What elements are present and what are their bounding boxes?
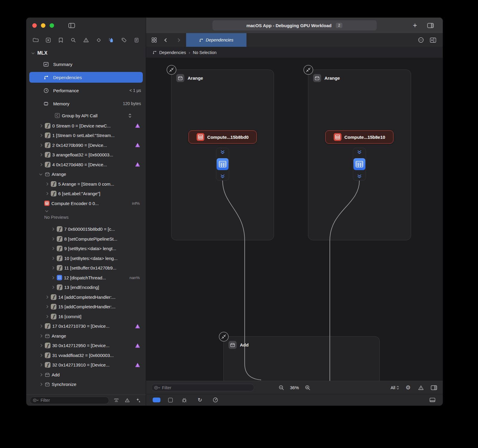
tree-row[interactable] [26, 208, 146, 214]
tree-row[interactable]: Add [26, 370, 146, 380]
back-button[interactable] [162, 36, 170, 44]
tree-row[interactable]: ƒ 9 [setBytes:<data> lengt... [26, 244, 146, 254]
disclosure-chevron[interactable] [38, 343, 43, 348]
resource-node[interactable] [216, 148, 229, 181]
inspector-toggle-button[interactable] [430, 384, 438, 392]
runtime-issue-icon[interactable] [135, 363, 140, 367]
sidebar-item-dependencies[interactable]: Dependencies [29, 72, 143, 83]
project-navigator-button[interactable] [32, 36, 39, 44]
disclosure-chevron[interactable] [38, 353, 43, 358]
disclosure-chevron[interactable] [50, 236, 55, 241]
tree-row[interactable]: ƒ 6 [setLabel:"Arange"] [26, 189, 146, 199]
forward-button[interactable] [174, 36, 182, 44]
runtime-issue-icon[interactable] [135, 124, 140, 128]
tree-row[interactable]: ƒ 16 [commit] [26, 312, 146, 321]
flatten-hierarchy-button[interactable] [112, 396, 120, 404]
collapse-group-button[interactable] [303, 65, 313, 75]
canvas-filter-input[interactable] [162, 385, 251, 390]
performance-gauge-button[interactable] [212, 396, 219, 404]
bottom-panel-toggle-button[interactable] [428, 396, 436, 404]
tree-row[interactable]: ƒ 15 [addCompletedHandler:... [26, 302, 146, 312]
show-issues-filter-button[interactable] [123, 396, 131, 404]
sparkle-filter-button[interactable] [134, 396, 142, 404]
disclosure-chevron[interactable] [50, 227, 55, 232]
sidebar-item-summary[interactable]: Summary [26, 58, 146, 71]
refresh-capture-button[interactable]: ↻ [196, 396, 204, 404]
collapse-group-button[interactable] [219, 332, 229, 342]
disclosure-chevron[interactable] [38, 153, 43, 157]
tree-row[interactable]: ƒ 30 0x142712950 = [Device... [26, 341, 146, 351]
sidebar-item-performance[interactable]: Performance < 1 µs [26, 84, 146, 97]
tree-row[interactable]: Compute Encoder 0 0... inf% [26, 198, 146, 208]
tree-row[interactable]: ƒ 0 Stream 0 = [Device newC... [26, 121, 146, 131]
group-box-add[interactable]: Add [223, 336, 380, 381]
runtime-issue-icon[interactable] [135, 162, 140, 167]
tree-row[interactable]: 12 [dispatchThread... nan% [26, 273, 146, 283]
toggle-right-sidebar-button[interactable] [427, 21, 434, 29]
tree-row[interactable]: ƒ 13 [endEncoding] [26, 283, 146, 292]
disclosure-chevron[interactable] [44, 304, 49, 309]
disclosure-chevron[interactable] [50, 275, 55, 280]
issue-navigator-button[interactable] [82, 36, 90, 44]
disclosure-chevron[interactable] [38, 123, 43, 128]
tree-row[interactable]: ƒ 4 0x14270d480 = [Device... [26, 160, 146, 170]
disclosure-chevron[interactable] [50, 285, 55, 290]
tree-row[interactable]: ƒ 5 Arange = [Stream 0 com... [26, 179, 146, 189]
disclosure-chevron[interactable] [30, 51, 35, 56]
debug-issues-button[interactable] [180, 396, 188, 404]
toggle-left-sidebar-button[interactable] [68, 21, 76, 29]
filter-input[interactable] [41, 398, 106, 403]
zoom-level[interactable]: 36% [290, 385, 299, 390]
tab-overview-button[interactable] [150, 36, 158, 44]
canvas-settings-button[interactable]: ⚙ [404, 384, 412, 392]
tree-row[interactable]: ƒ 32 0x142713910 = [Device... [26, 360, 146, 370]
tree-row[interactable]: ƒ 10 [setBytes:<data> leng... [26, 253, 146, 263]
disclosure-chevron[interactable] [38, 172, 43, 177]
zoom-button[interactable] [50, 23, 54, 28]
tree-row[interactable]: Synchronize [26, 380, 146, 390]
tree-row[interactable]: ƒ 3 arangefloat32 = [0x600003... [26, 150, 146, 160]
disclosure-chevron[interactable] [50, 256, 55, 261]
disclosure-chevron[interactable] [38, 372, 43, 377]
tree-row[interactable]: ƒ 2 0x14270b990 = [Device... [26, 140, 146, 150]
canvas-issues-button[interactable] [417, 384, 425, 392]
tab-options-button[interactable] [417, 36, 425, 44]
popup-chevrons-icon[interactable] [128, 113, 131, 118]
tree-row[interactable]: ƒ 31 vvaddfloat32 = [0x600003... [26, 350, 146, 360]
group-by-control[interactable]: C Group by API Call [26, 110, 146, 121]
zoom-in-button[interactable] [304, 384, 312, 392]
report-navigator-button[interactable] [133, 36, 140, 44]
scope-selector[interactable]: All [390, 385, 399, 390]
disclosure-chevron[interactable] [38, 143, 43, 147]
disclosure-chevron[interactable] [44, 191, 49, 196]
collapse-group-button[interactable] [166, 65, 177, 75]
minimize-button[interactable] [41, 23, 45, 28]
disclosure-chevron[interactable] [38, 382, 43, 387]
source-control-navigator-button[interactable] [44, 36, 52, 44]
find-navigator-button[interactable] [70, 36, 77, 44]
compute-encoder-node[interactable]: Compute...15b8bd0 [189, 130, 257, 144]
disclosure-chevron[interactable] [44, 181, 49, 186]
disclosure-chevron[interactable] [50, 266, 55, 270]
sidebar-filter-field[interactable] [30, 397, 109, 404]
breadcrumb-item[interactable]: Dependencies [159, 50, 186, 55]
tree-row[interactable]: ƒ 17 0x142710730 = [Device... [26, 321, 146, 331]
disclosure-chevron[interactable] [38, 333, 43, 338]
breadcrumb-item[interactable]: No Selection [193, 50, 217, 55]
live-indicator[interactable] [153, 398, 160, 402]
test-navigator-button[interactable] [95, 36, 102, 44]
disclosure-chevron[interactable] [44, 209, 49, 213]
tree-row[interactable]: ƒ 7 0x6000015b8bd0 = [c... [26, 224, 146, 234]
tree-row[interactable]: ƒ 14 [addCompletedHandler:... [26, 292, 146, 302]
zoom-out-button[interactable] [277, 384, 285, 392]
runtime-issue-icon[interactable] [135, 143, 140, 147]
tree-row[interactable]: ƒ 11 [setBuffer:0x14270b9... [26, 263, 146, 273]
bookmark-navigator-button[interactable] [57, 36, 65, 44]
breakpoint-navigator-button[interactable] [120, 36, 128, 44]
tree-row[interactable]: Arange [26, 331, 146, 341]
window-title-group[interactable]: macOS App - Debugging GPU Workload 2 [212, 20, 377, 30]
tree-row[interactable]: No Previews [26, 214, 146, 221]
gpu-debug-navigator-button[interactable] [108, 36, 115, 44]
tree-root-row[interactable]: MLX [26, 49, 146, 58]
canvas-filter-field[interactable] [151, 384, 254, 391]
